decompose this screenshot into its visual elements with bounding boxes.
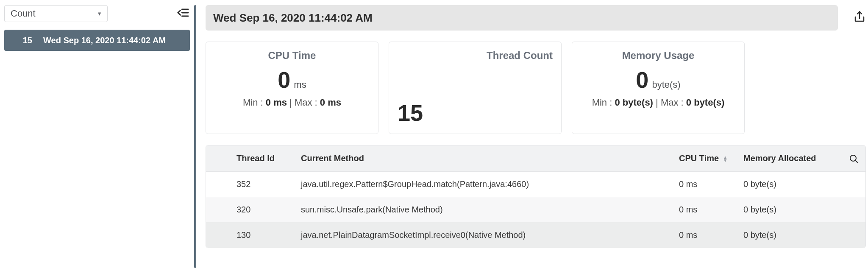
col-current-method[interactable]: Current Method <box>294 145 672 171</box>
cell-mem: 0 byte(s) <box>737 197 842 222</box>
memory-card-title: Memory Usage <box>622 50 695 61</box>
table-row[interactable]: 320sun.misc.Unsafe.park(Native Method)0 … <box>206 197 865 222</box>
memory-minmax: Min : 0 byte(s) | Max : 0 byte(s) <box>592 97 725 108</box>
thread-count-value: 15 <box>398 100 423 126</box>
cell-method: sun.misc.Unsafe.park(Native Method) <box>294 197 672 222</box>
cell-method: java.util.regex.Pattern$GroupHead.match(… <box>294 171 672 197</box>
cpu-unit: ms <box>294 79 306 90</box>
col-thread-id[interactable]: Thread Id <box>230 145 294 171</box>
cell-mem: 0 byte(s) <box>737 222 842 248</box>
count-select[interactable]: Count ▾ <box>4 5 108 22</box>
title-bar: Wed Sep 16, 2020 11:44:02 AM <box>206 5 838 31</box>
cpu-value: 0 <box>278 68 290 91</box>
memory-usage-card: Memory Usage 0 byte(s) Min : 0 byte(s) |… <box>572 42 745 134</box>
collapse-panel-icon[interactable] <box>176 6 190 22</box>
cell-mem: 0 byte(s) <box>737 171 842 197</box>
svg-line-5 <box>855 160 857 162</box>
table-row[interactable]: 352java.util.regex.Pattern$GroupHead.mat… <box>206 171 865 197</box>
memory-value: 0 <box>636 68 648 91</box>
memory-unit: byte(s) <box>652 79 680 90</box>
col-cpu-time[interactable]: CPU Time ▲▼ <box>672 145 737 171</box>
cell-thread-id: 320 <box>230 197 294 222</box>
thread-count-card: Thread Count 15 <box>389 42 562 134</box>
count-select-label: Count <box>11 8 36 19</box>
sidebar-item-timestamp: Wed Sep 16, 2020 11:44:02 AM <box>43 36 166 45</box>
cpu-card-title: CPU Time <box>268 50 316 61</box>
cpu-time-card: CPU Time 0 ms Min : 0 ms | Max : 0 ms <box>206 42 378 134</box>
sidebar-item-count: 15 <box>15 36 32 45</box>
sort-icon: ▲▼ <box>723 156 728 162</box>
col-expand <box>206 145 230 171</box>
cell-thread-id: 352 <box>230 171 294 197</box>
cell-method: java.net.PlainDatagramSocketImpl.receive… <box>294 222 672 248</box>
cpu-minmax: Min : 0 ms | Max : 0 ms <box>243 97 341 108</box>
share-icon[interactable] <box>853 11 866 25</box>
table-search[interactable] <box>842 145 865 171</box>
threads-table: Thread Id Current Method CPU Time ▲▼ Mem… <box>206 145 866 248</box>
col-memory-allocated[interactable]: Memory Allocated <box>737 145 842 171</box>
cell-cpu: 0 ms <box>672 171 737 197</box>
page-title: Wed Sep 16, 2020 11:44:02 AM <box>213 11 373 25</box>
cell-thread-id: 130 <box>230 222 294 248</box>
thread-card-title: Thread Count <box>487 50 553 61</box>
table-row[interactable]: 130java.net.PlainDatagramSocketImpl.rece… <box>206 222 865 248</box>
cell-cpu: 0 ms <box>672 222 737 248</box>
cell-cpu: 0 ms <box>672 197 737 222</box>
chevron-down-icon: ▾ <box>98 10 101 17</box>
sidebar-snapshot-item[interactable]: 15 Wed Sep 16, 2020 11:44:02 AM <box>4 30 190 51</box>
